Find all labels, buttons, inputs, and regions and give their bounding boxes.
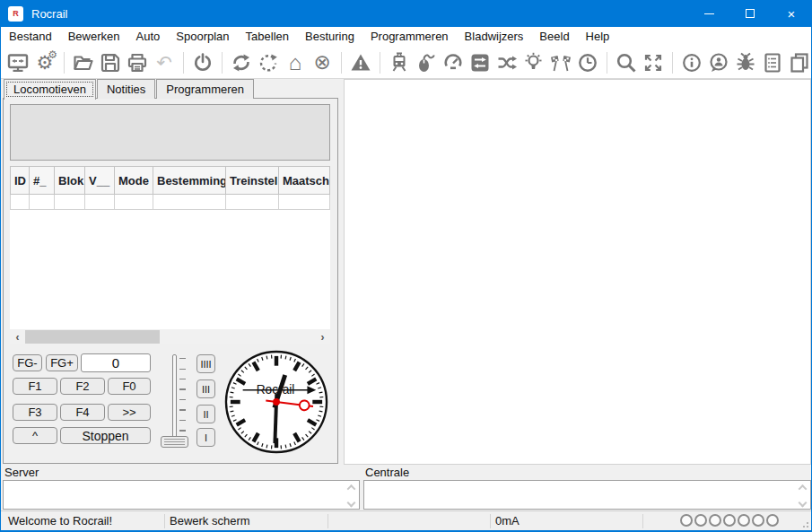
status-current: 0mA bbox=[495, 514, 520, 528]
lamp-button[interactable] bbox=[522, 50, 546, 75]
bug-button[interactable] bbox=[734, 50, 757, 75]
speed-slider-handle[interactable] bbox=[161, 436, 188, 448]
column-header[interactable]: Blok bbox=[55, 166, 85, 195]
column-header[interactable]: ID bbox=[10, 166, 30, 195]
maximize-button[interactable] bbox=[729, 0, 771, 27]
speed-value-field[interactable] bbox=[81, 353, 151, 372]
horizontal-scrollbar[interactable]: ‹ › bbox=[10, 329, 330, 344]
warning-button[interactable] bbox=[349, 50, 372, 75]
clock-button[interactable] bbox=[576, 50, 599, 75]
f0-button[interactable]: F0 bbox=[108, 378, 151, 395]
tab-programmeren[interactable]: Programmeren bbox=[156, 79, 254, 99]
column-header[interactable]: Maatschappij bbox=[279, 166, 330, 195]
shuffle-button[interactable] bbox=[495, 50, 519, 75]
column-header[interactable]: Mode bbox=[115, 166, 153, 195]
gauge-button[interactable] bbox=[441, 50, 465, 75]
close-button[interactable]: × bbox=[771, 0, 812, 27]
menu-auto[interactable]: Auto bbox=[128, 27, 169, 47]
table-cell[interactable] bbox=[30, 195, 55, 210]
resize-grip[interactable] bbox=[801, 520, 808, 528]
table-cell[interactable] bbox=[10, 195, 30, 210]
undo-button[interactable]: ↶ bbox=[153, 50, 176, 75]
toolbar-separator bbox=[380, 52, 380, 74]
scroll-right-button[interactable]: › bbox=[315, 329, 330, 344]
column-header[interactable]: V__ bbox=[85, 166, 115, 195]
menu-spoorplan[interactable]: Spoorplan bbox=[168, 27, 237, 47]
scrollbar-thumb[interactable] bbox=[25, 330, 160, 344]
menu-bewerken[interactable]: Bewerken bbox=[60, 27, 128, 47]
central-trace-box[interactable] bbox=[363, 480, 811, 510]
refresh-icon bbox=[231, 52, 252, 74]
settings-gears-small-icon: ⚙ bbox=[48, 48, 57, 61]
direction-button[interactable]: ^ bbox=[13, 427, 57, 444]
f3-button[interactable]: F3 bbox=[13, 404, 57, 421]
menu-bladwijzers[interactable]: Bladwijzers bbox=[457, 27, 532, 47]
central-label: Centrale bbox=[365, 466, 409, 479]
home-icon: ⌂ bbox=[289, 52, 302, 74]
support-button[interactable] bbox=[707, 50, 730, 75]
fg-minus-button[interactable]: FG- bbox=[13, 354, 42, 371]
chevron-up-icon bbox=[798, 484, 807, 493]
minimize-button[interactable] bbox=[688, 0, 729, 27]
tab-notities[interactable]: Notities bbox=[97, 79, 155, 99]
column-header[interactable]: #_ bbox=[30, 166, 55, 195]
speed-step-3-button[interactable]: III bbox=[196, 379, 215, 398]
table-cell[interactable] bbox=[55, 195, 85, 210]
menu-bestand[interactable]: Bestand bbox=[1, 27, 60, 47]
central-scroll-arrows[interactable] bbox=[797, 484, 808, 506]
column-header[interactable]: Treinstel bbox=[226, 166, 279, 195]
server-scroll-arrows[interactable] bbox=[345, 484, 356, 506]
open-button[interactable] bbox=[72, 50, 95, 75]
f2-button[interactable]: F2 bbox=[60, 378, 105, 395]
zoom-button[interactable] bbox=[615, 50, 638, 75]
titlebar[interactable]: R Rocrail × bbox=[0, 0, 812, 27]
tab-locomotieven[interactable]: Locomotieven bbox=[4, 79, 96, 100]
menu-besturing[interactable]: Besturing bbox=[297, 27, 362, 47]
status-lamp bbox=[738, 514, 750, 527]
table-cell[interactable] bbox=[279, 195, 330, 210]
copy-button[interactable] bbox=[788, 50, 811, 75]
save-button[interactable] bbox=[99, 50, 122, 75]
speed-slider-track[interactable] bbox=[172, 354, 177, 442]
mouse-throttle-button[interactable] bbox=[415, 50, 438, 75]
menu-programmeren[interactable]: Programmeren bbox=[362, 27, 457, 47]
reload-button[interactable] bbox=[257, 50, 280, 75]
menu-help[interactable]: Help bbox=[578, 27, 618, 47]
power-button[interactable] bbox=[191, 50, 214, 75]
scroll-left-button[interactable]: ‹ bbox=[10, 329, 25, 344]
flags-button[interactable] bbox=[549, 50, 572, 75]
refresh-button[interactable] bbox=[230, 50, 253, 75]
rocrail-window: R Rocrail × BestandBewerkenAutoSpoorplan… bbox=[0, 0, 812, 532]
f4-button[interactable]: F4 bbox=[60, 404, 105, 421]
fg-plus-button[interactable]: FG+ bbox=[46, 354, 78, 371]
fullscreen-button[interactable] bbox=[642, 50, 665, 75]
table-cell[interactable] bbox=[153, 195, 226, 210]
home-button[interactable]: ⌂ bbox=[284, 50, 307, 75]
table-cell[interactable] bbox=[226, 195, 279, 210]
stop-button[interactable]: Stoppen bbox=[60, 427, 151, 444]
log-button[interactable] bbox=[761, 50, 784, 75]
speed-step-1-button[interactable]: I bbox=[196, 428, 215, 447]
workspace-button[interactable] bbox=[6, 50, 30, 75]
info-button[interactable] bbox=[680, 50, 703, 75]
menu-tabellen[interactable]: Tabellen bbox=[238, 27, 297, 47]
menu-beeld[interactable]: Beeld bbox=[531, 27, 577, 47]
speed-step-2-button[interactable]: II bbox=[196, 405, 215, 423]
column-header[interactable]: Bestemming bbox=[153, 166, 226, 195]
server-trace-box[interactable] bbox=[3, 480, 360, 510]
open-folder-icon bbox=[73, 52, 94, 74]
speed-step-4-button[interactable]: IIII bbox=[196, 354, 215, 373]
table-cell[interactable] bbox=[115, 195, 153, 210]
bug-icon bbox=[735, 52, 756, 74]
properties-button[interactable]: ⚙ ⚙ bbox=[33, 50, 57, 75]
fast-clock[interactable]: Rocrail bbox=[223, 349, 329, 455]
train-button[interactable] bbox=[388, 50, 411, 75]
more-functions-button[interactable]: >> bbox=[108, 404, 151, 421]
print-button[interactable] bbox=[126, 50, 149, 75]
f1-button[interactable]: F1 bbox=[13, 378, 57, 395]
layout-canvas[interactable] bbox=[344, 79, 811, 465]
cancel-button[interactable]: ⊗ bbox=[310, 50, 334, 75]
table-cell[interactable] bbox=[85, 195, 115, 210]
loco-list-area[interactable] bbox=[10, 195, 330, 329]
switch-panel-button[interactable] bbox=[468, 50, 492, 75]
